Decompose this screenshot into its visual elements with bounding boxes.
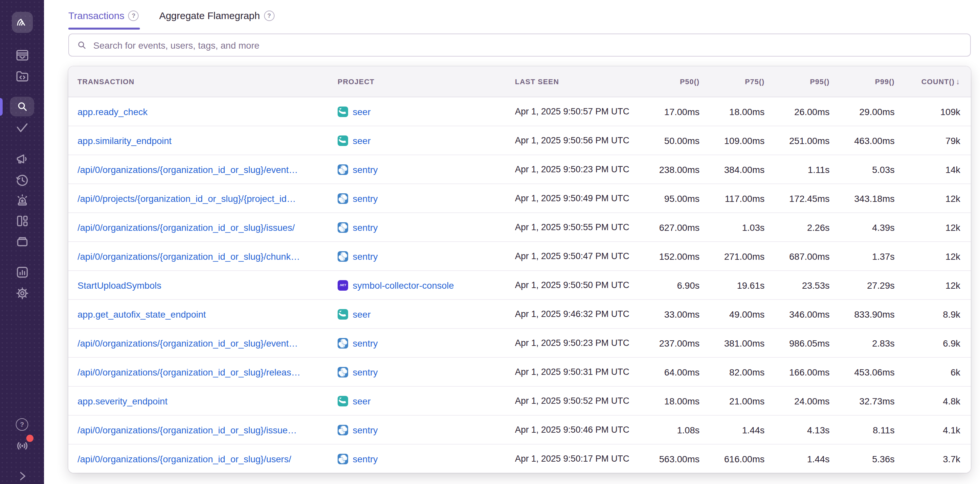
p50-cell: 1.08s: [635, 425, 700, 435]
p50-cell: 18.00ms: [635, 396, 700, 406]
sidebar-item-feedback[interactable]: [0, 151, 44, 167]
transaction-link[interactable]: app.severity_endpoint: [78, 396, 167, 406]
p75-cell: 271.00ms: [700, 251, 765, 261]
transaction-link[interactable]: /api/0/organizations/{organization_id_or…: [78, 425, 297, 435]
count-cell: 109k: [895, 106, 971, 117]
project-cell: sentry: [337, 251, 515, 261]
p75-cell: 381.00ms: [700, 338, 765, 348]
search-input[interactable]: [92, 39, 962, 51]
transaction-cell: /api/0/organizations/{organization_id_or…: [68, 251, 337, 261]
sidebar-item-stats[interactable]: [0, 264, 44, 280]
sidebar-item-dashboards[interactable]: [0, 213, 44, 229]
p50-cell: 238.00ms: [635, 164, 700, 174]
table-row: app.similarity_endpoint seer Apr 1, 2025…: [68, 126, 971, 155]
transaction-link[interactable]: /api/0/projects/{organization_id_or_slug…: [78, 193, 296, 203]
table-row: /api/0/organizations/{organization_id_or…: [68, 357, 971, 386]
help-circle-icon[interactable]: ?: [129, 10, 139, 21]
python-project-icon: [337, 425, 348, 435]
python-project-icon: [337, 454, 348, 464]
inbox-icon: [14, 47, 30, 63]
seer-project-icon: [337, 396, 348, 406]
transaction-link[interactable]: /api/0/organizations/{organization_id_or…: [78, 222, 295, 232]
megaphone-icon: [14, 151, 30, 167]
chevron-right-icon: [16, 470, 29, 483]
transaction-link[interactable]: app.ready_check: [78, 106, 148, 117]
sidebar-expand-button[interactable]: [0, 470, 44, 483]
column-transaction[interactable]: TRANSACTION: [68, 78, 337, 85]
transaction-link[interactable]: /api/0/organizations/{organization_id_or…: [78, 338, 298, 348]
transaction-cell: /api/0/organizations/{organization_id_or…: [68, 425, 337, 435]
transaction-link[interactable]: StartUploadSymbols: [78, 280, 161, 290]
sidebar-item-releases[interactable]: [0, 172, 44, 188]
table-row: app.get_autofix_state_endpoint seer Apr …: [68, 299, 971, 328]
sidebar-item-search[interactable]: [0, 97, 44, 117]
last-seen-cell: Apr 1, 2025 9:50:47 PM UTC: [515, 251, 635, 261]
project-link[interactable]: seer: [353, 309, 371, 319]
project-link[interactable]: seer: [353, 106, 371, 117]
column-p99[interactable]: P99(): [830, 78, 895, 85]
p99-cell: 8.11s: [830, 425, 895, 435]
column-p50[interactable]: P50(): [635, 78, 700, 85]
project-cell: seer: [337, 135, 515, 146]
column-p95[interactable]: P95(): [765, 78, 830, 85]
search-bar[interactable]: [68, 34, 971, 57]
project-link[interactable]: sentry: [353, 222, 378, 232]
project-link[interactable]: sentry: [353, 251, 378, 261]
p99-cell: 833.90ms: [830, 309, 895, 319]
table-header: TRANSACTION PROJECT LAST SEEN P50() P75(…: [68, 66, 971, 97]
project-cell: sentry: [337, 164, 515, 174]
transaction-link[interactable]: app.similarity_endpoint: [78, 135, 172, 146]
table-row: /api/0/organizations/{organization_id_or…: [68, 444, 971, 473]
seer-project-icon: [337, 309, 348, 319]
last-seen-cell: Apr 1, 2025 9:50:52 PM UTC: [515, 396, 635, 406]
transaction-link[interactable]: app.get_autofix_state_endpoint: [78, 309, 206, 319]
transaction-link[interactable]: /api/0/organizations/{organization_id_or…: [78, 251, 300, 261]
project-link[interactable]: sentry: [353, 367, 378, 377]
p75-cell: 21.00ms: [700, 396, 765, 406]
transaction-link[interactable]: /api/0/organizations/{organization_id_or…: [78, 164, 298, 174]
count-cell: 12k: [895, 251, 971, 261]
trace-zigzag-icon: [14, 120, 30, 136]
project-link[interactable]: sentry: [353, 193, 378, 203]
count-cell: 79k: [895, 135, 971, 146]
project-link[interactable]: seer: [353, 396, 371, 406]
project-link[interactable]: sentry: [353, 338, 378, 348]
sidebar-item-explore[interactable]: [0, 69, 44, 84]
sidebar-item-projects[interactable]: [0, 233, 44, 249]
project-link[interactable]: seer: [353, 135, 371, 146]
table-row: /api/0/organizations/{organization_id_or…: [68, 415, 971, 444]
p99-cell: 1.37s: [830, 251, 895, 261]
p95-cell: 26.00ms: [765, 106, 830, 117]
sidebar-item-settings[interactable]: [0, 285, 44, 301]
last-seen-cell: Apr 1, 2025 9:50:50 PM UTC: [515, 280, 635, 290]
column-project[interactable]: PROJECT: [337, 78, 515, 85]
p50-cell: 152.00ms: [635, 251, 700, 261]
sentry-logo-button[interactable]: [0, 12, 44, 33]
transaction-link[interactable]: /api/0/organizations/{organization_id_or…: [78, 454, 291, 464]
sidebar-item-traces[interactable]: [0, 120, 44, 136]
project-link[interactable]: sentry: [353, 425, 378, 435]
help-circle-icon[interactable]: ?: [264, 10, 275, 21]
p95-cell: 24.00ms: [765, 396, 830, 406]
p75-cell: 18.00ms: [700, 106, 765, 117]
transaction-link[interactable]: /api/0/organizations/{organization_id_or…: [78, 367, 301, 377]
sidebar-item-alerts[interactable]: [0, 193, 44, 208]
project-link[interactable]: sentry: [353, 164, 378, 174]
project-cell: seer: [337, 106, 515, 117]
clock-history-icon: [14, 172, 30, 188]
p99-cell: 32.73ms: [830, 396, 895, 406]
column-last-seen[interactable]: LAST SEEN: [515, 78, 635, 85]
table-row: app.severity_endpoint seer Apr 1, 2025 9…: [68, 386, 971, 415]
project-link[interactable]: sentry: [353, 454, 378, 464]
sidebar-item-whats-new[interactable]: [0, 438, 44, 454]
sidebar-item-issues[interactable]: [0, 47, 44, 63]
tab-aggregate-flamegraph[interactable]: Aggregate Flamegraph ?: [159, 10, 275, 30]
project-link[interactable]: symbol-collector-console: [353, 280, 454, 290]
p75-cell: 384.00ms: [700, 164, 765, 174]
tab-transactions[interactable]: Transactions ?: [68, 10, 139, 30]
sidebar-item-help[interactable]: ?: [0, 418, 44, 431]
notification-dot: [26, 434, 33, 442]
project-cell: sentry: [337, 367, 515, 377]
column-count[interactable]: COUNT()↓: [895, 77, 971, 86]
column-p75[interactable]: P75(): [700, 78, 765, 85]
